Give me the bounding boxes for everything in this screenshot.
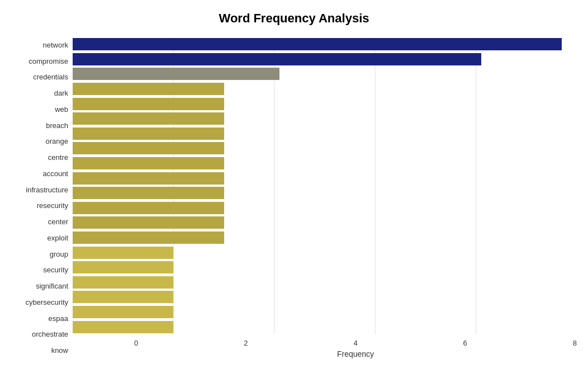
bar-row: [73, 67, 577, 82]
bar-row: [73, 37, 577, 52]
bar-web: [73, 98, 224, 110]
bar-group: [73, 232, 224, 244]
x-tick-6: 6: [463, 339, 467, 347]
chart-container: Word Frequency Analysis networkcompromis…: [0, 0, 588, 392]
bar-row: [73, 319, 577, 334]
bar-row: [73, 275, 577, 290]
bar-orchestrate: [73, 306, 173, 318]
bar-row: [73, 82, 577, 97]
y-label-network: network: [42, 41, 68, 49]
y-label-know: know: [51, 347, 68, 354]
bar-row: [73, 171, 577, 186]
x-axis-title: Frequency: [134, 347, 577, 358]
bar-significant: [73, 261, 173, 273]
bar-breach: [73, 112, 224, 125]
y-label-significant: significant: [36, 282, 68, 290]
bar-row: [73, 111, 577, 126]
x-tick-4: 4: [353, 339, 357, 347]
y-label-compromise: compromise: [29, 58, 68, 65]
bar-row: [73, 305, 577, 320]
bars-area: [73, 37, 577, 334]
y-label-espaa: espaa: [49, 315, 68, 322]
y-label-exploit: exploit: [47, 234, 68, 242]
y-label-resecurity: resecurity: [37, 202, 68, 209]
y-label-security: security: [43, 266, 68, 273]
bar-dark: [73, 83, 224, 95]
y-label-web: web: [55, 106, 68, 113]
bar-row: [73, 141, 577, 156]
x-tick-2: 2: [244, 339, 248, 347]
bar-row: [73, 245, 577, 260]
y-label-breach: breach: [46, 122, 68, 129]
bar-center: [73, 202, 224, 214]
bar-resecurity: [73, 187, 224, 199]
bar-network: [73, 38, 562, 50]
y-label-dark: dark: [54, 89, 68, 97]
bar-row: [73, 215, 577, 230]
bar-row: [73, 96, 577, 111]
bar-row: [73, 126, 577, 141]
bar-row: [73, 260, 577, 275]
y-axis-labels: networkcompromisecredentialsdarkwebbreac…: [11, 37, 73, 358]
bar-credentials: [73, 68, 279, 80]
bar-row: [73, 201, 577, 216]
y-label-orchestrate: orchestrate: [32, 330, 68, 338]
bar-row: [73, 156, 577, 171]
bar-row: [73, 230, 577, 245]
y-label-account: account: [42, 170, 68, 177]
bar-compromise: [73, 53, 481, 65]
y-label-orange: orange: [46, 138, 68, 145]
x-axis: 02468 Frequency: [134, 334, 577, 358]
x-tick-0: 0: [134, 339, 138, 347]
bar-row: [73, 186, 577, 201]
chart-area: networkcompromisecredentialsdarkwebbreac…: [11, 37, 577, 358]
x-tick-8: 8: [573, 339, 577, 347]
bar-account: [73, 157, 224, 169]
bar-orange: [73, 127, 224, 140]
y-label-credentials: credentials: [33, 73, 68, 81]
bars-wrapper: [73, 37, 577, 334]
y-label-group: group: [50, 251, 68, 258]
bar-row: [73, 52, 577, 67]
y-label-infrastructure: infrastructure: [26, 186, 68, 193]
bar-know: [73, 321, 173, 333]
bar-cybersecurity: [73, 276, 173, 289]
bar-infrastructure: [73, 172, 224, 185]
bar-exploit: [73, 216, 224, 229]
x-axis-labels: 02468: [134, 334, 577, 347]
bar-security: [73, 247, 173, 259]
bar-espaa: [73, 291, 173, 303]
bar-centre: [73, 142, 224, 154]
y-label-center: center: [48, 218, 68, 225]
y-label-centre: centre: [48, 154, 68, 161]
y-label-cybersecurity: cybersecurity: [25, 299, 68, 306]
chart-title: Word Frequency Analysis: [11, 11, 577, 26]
bar-row: [73, 290, 577, 305]
